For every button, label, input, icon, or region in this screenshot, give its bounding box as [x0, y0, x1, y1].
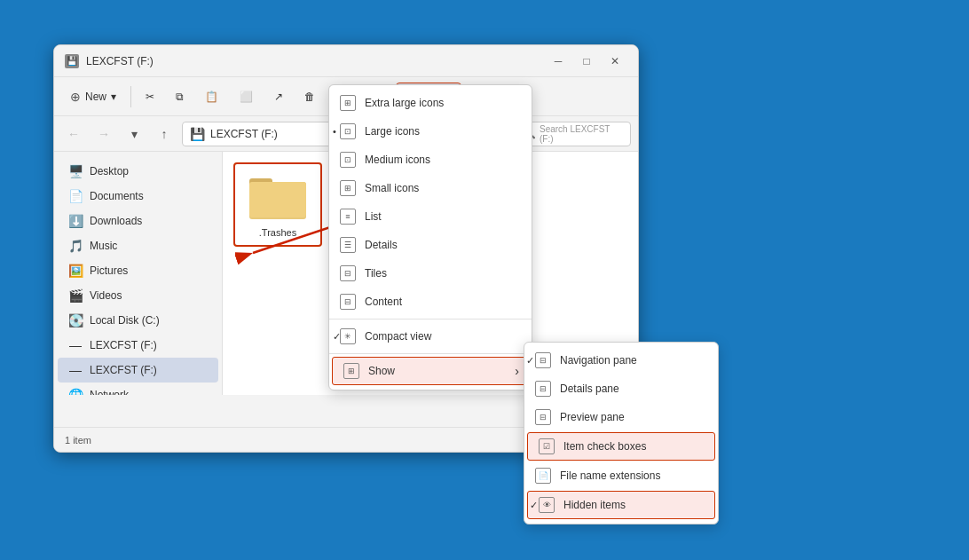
small-icons-icon: ⊞: [340, 180, 356, 196]
new-label: New: [85, 91, 106, 103]
drive-icon: 💾: [190, 127, 205, 141]
details-label: Details: [365, 239, 398, 251]
share-button[interactable]: ↗: [265, 83, 292, 111]
up-button[interactable]: ↑: [152, 122, 177, 146]
window-icon: 💾: [65, 54, 79, 68]
sidebar-item-desktop[interactable]: 🖥️ Desktop: [58, 159, 218, 184]
sidebar-item-downloads[interactable]: ⬇️ Downloads: [58, 209, 218, 233]
hidden-items-label: Hidden items: [563, 499, 626, 511]
sidebar-label-music: Music: [90, 240, 117, 252]
sidebar-label-lexcfst-1: LEXCFST (F:): [90, 339, 157, 351]
tiles-icon: ⊟: [340, 265, 356, 281]
list-icon: ≡: [340, 209, 356, 225]
submenu-item-navigation-pane[interactable]: ⊟ Navigation pane: [524, 346, 718, 375]
sidebar-item-pictures[interactable]: 🖼️ Pictures: [58, 258, 218, 283]
folder-icon-container: [249, 171, 306, 222]
new-icon: ⊕: [70, 90, 81, 104]
address-text: LEXCFST (F:): [210, 128, 278, 140]
preview-pane-label: Preview pane: [560, 411, 625, 423]
folder-trashes[interactable]: .Trashes: [233, 162, 322, 247]
new-button[interactable]: ⊕ New ▾: [61, 83, 125, 111]
sidebar-item-lexcfst-1[interactable]: — LEXCFST (F:): [58, 333, 218, 358]
menu-item-small-icons[interactable]: ⊞ Small icons: [329, 174, 532, 202]
file-name-extensions-icon: 📄: [535, 468, 551, 484]
back-button[interactable]: ←: [61, 122, 86, 146]
sidebar-label-pictures: Pictures: [90, 264, 128, 277]
menu-item-show[interactable]: ⊞ Show: [332, 357, 529, 385]
menu-item-compact-view[interactable]: ✓ ✳ Compact view: [329, 322, 532, 351]
sidebar-label-desktop: Desktop: [90, 165, 129, 177]
large-icons-icon: ⊡: [340, 123, 356, 139]
sidebar-item-lexcfst-2[interactable]: — LEXCFST (F:): [58, 358, 218, 383]
sidebar: 🖥️ Desktop 📄 Documents ⬇️ Downloads 🎵 Mu…: [54, 152, 223, 395]
status-text: 1 item: [65, 435, 91, 446]
close-button[interactable]: ✕: [603, 51, 627, 71]
preview-pane-icon: ⊟: [535, 409, 551, 425]
sidebar-item-music[interactable]: 🎵 Music: [58, 233, 218, 258]
item-check-boxes-label: Item check boxes: [563, 440, 646, 453]
menu-item-list[interactable]: ≡ List: [329, 202, 532, 231]
details-icon: ☰: [340, 237, 356, 253]
submenu-item-file-name-extensions[interactable]: 📄 File name extensions: [524, 461, 718, 490]
folder-svg-icon: [249, 171, 306, 219]
forward-button[interactable]: →: [91, 122, 116, 146]
details-pane-icon: ⊟: [535, 381, 551, 397]
recent-button[interactable]: ▾: [122, 122, 146, 146]
compact-view-icon: ✳: [340, 328, 356, 344]
network-icon: 🌐: [68, 388, 83, 395]
window-controls: ─ □ ✕: [546, 51, 627, 71]
menu-separator-1: [329, 319, 532, 319]
submenu-item-hidden-items[interactable]: 👁 Hidden items: [527, 491, 715, 519]
navigation-pane-label: Navigation pane: [560, 354, 637, 367]
menu-item-extra-large-icons[interactable]: ⊞ Extra large icons: [329, 89, 532, 117]
show-icon: ⊞: [343, 363, 359, 379]
menu-separator-2: [329, 353, 532, 354]
navigation-pane-icon: ⊟: [535, 352, 551, 368]
menu-item-content[interactable]: ⊟ Content: [329, 288, 532, 316]
copy-icon: ⧉: [176, 91, 184, 103]
medium-icons-icon: ⊡: [340, 152, 356, 168]
pictures-icon: 🖼️: [68, 264, 83, 278]
sidebar-label-downloads: Downloads: [90, 215, 142, 227]
menu-item-details[interactable]: ☰ Details: [329, 231, 532, 259]
sidebar-label-local-disk: Local Disk (C:): [90, 314, 160, 327]
file-name-extensions-label: File name extensions: [560, 469, 660, 482]
sidebar-item-network[interactable]: 🌐 Network: [58, 383, 218, 395]
sidebar-label-lexcfst-2: LEXCFST (F:): [90, 364, 157, 376]
sidebar-item-local-disk[interactable]: 💽 Local Disk (C:): [58, 308, 218, 333]
show-submenu: ⊟ Navigation pane ⊟ Details pane ⊟ Previ…: [524, 342, 719, 525]
videos-icon: 🎬: [68, 288, 83, 303]
delete-icon: 🗑: [304, 91, 315, 103]
local-disk-icon: 💽: [68, 313, 83, 327]
paste-icon: 📋: [205, 91, 218, 103]
minimize-button[interactable]: ─: [546, 51, 571, 71]
maximize-button[interactable]: □: [574, 51, 599, 71]
cut-button[interactable]: ✂: [137, 83, 163, 111]
submenu-item-preview-pane[interactable]: ⊟ Preview pane: [524, 403, 718, 431]
sidebar-item-videos[interactable]: 🎬 Videos: [58, 283, 218, 308]
list-label: List: [365, 210, 382, 223]
sidebar-label-network: Network: [90, 389, 129, 395]
rename-button[interactable]: ⬜: [231, 83, 262, 111]
search-box[interactable]: 🔍 Search LEXCFST (F:): [516, 122, 631, 146]
menu-item-medium-icons[interactable]: ⊡ Medium icons: [329, 146, 532, 174]
copy-button[interactable]: ⧉: [167, 83, 193, 111]
medium-icons-label: Medium icons: [365, 154, 430, 166]
submenu-item-item-check-boxes[interactable]: ☑ Item check boxes: [527, 432, 715, 461]
sidebar-label-documents: Documents: [90, 190, 144, 202]
lexcfst1-icon: —: [68, 338, 83, 352]
delete-button[interactable]: 🗑: [295, 83, 324, 111]
sidebar-item-documents[interactable]: 📄 Documents: [58, 184, 218, 209]
hidden-items-icon: 👁: [539, 497, 555, 513]
paste-button[interactable]: 📋: [196, 83, 227, 111]
new-chevron: ▾: [111, 91, 116, 103]
extra-large-icons-label: Extra large icons: [365, 97, 444, 109]
menu-item-tiles[interactable]: ⊟ Tiles: [329, 259, 532, 288]
lexcfst2-icon: —: [68, 363, 83, 377]
music-icon: 🎵: [68, 239, 83, 253]
large-icons-label: Large icons: [365, 125, 420, 138]
submenu-item-details-pane[interactable]: ⊟ Details pane: [524, 375, 718, 403]
title-bar: 💾 LEXCFST (F:) ─ □ ✕: [54, 45, 638, 77]
view-dropdown: ⊞ Extra large icons • ⊡ Large icons ⊡ Me…: [328, 84, 532, 390]
menu-item-large-icons[interactable]: • ⊡ Large icons: [329, 117, 532, 146]
